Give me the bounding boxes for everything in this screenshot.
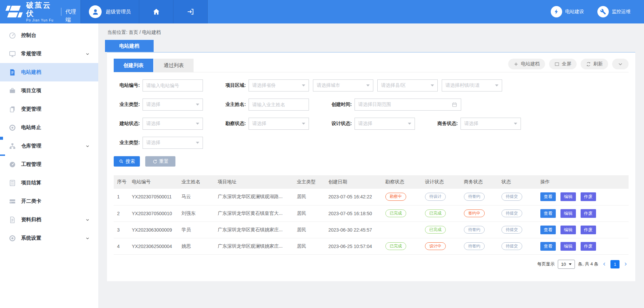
caret-down-icon — [514, 123, 517, 125]
breadcrumb: 当前位置: 首页 / 电站建档 — [98, 23, 644, 40]
tab-strip: 创建列表 通过列表 电站建档 全屏 — [114, 59, 629, 72]
gauge-icon — [9, 161, 16, 168]
col-address: 项目地址 — [214, 175, 293, 189]
brand: 破茧云伏 Po Jian Yun Fu 代理端 — [0, 0, 80, 23]
user-menu[interactable]: 超级管理员 — [80, 0, 139, 23]
caret-down-icon — [495, 84, 498, 86]
sidebar-item-project-initiation[interactable]: 项目立项 — [0, 81, 98, 100]
page-tab-station-archive[interactable]: 电站建档 — [105, 40, 154, 52]
town-select[interactable]: 请选择村镇/街道 — [442, 79, 502, 91]
sidebar-item-warehouse-mgmt[interactable]: 仓库管理 — [0, 137, 98, 155]
portal-label: 代理端 — [61, 8, 80, 16]
county-select[interactable]: 请选择县/区 — [377, 79, 438, 91]
card-icon — [9, 198, 16, 205]
col-survey: 勘察状态 — [382, 175, 422, 189]
date-range-picker[interactable]: 请选择日期范围 — [355, 99, 461, 111]
calculator-icon — [9, 179, 16, 187]
col-owner: 业主姓名 — [178, 175, 214, 189]
col-created: 创建日期 — [325, 175, 382, 189]
sidebar-item-station-archive[interactable]: 电站建档 — [0, 63, 98, 81]
caret-down-icon — [408, 123, 411, 125]
scrollbar-thumb[interactable] — [0, 137, 3, 140]
sidebar-item-data-archive[interactable]: 资料归档 — [0, 210, 98, 229]
brand-title: 破茧云伏 — [26, 1, 58, 17]
chevron-right-icon — [623, 262, 628, 266]
survey-status-select[interactable]: 请选择 — [249, 118, 309, 130]
search-button[interactable]: 搜索 — [114, 156, 140, 167]
sidebar-item-console[interactable]: 控制台 — [0, 26, 98, 45]
sidebar-item-type2-card[interactable]: 开二类卡 — [0, 192, 98, 210]
status-badge: 已完成 — [425, 226, 446, 234]
survey-status-label: 勘察状态: — [220, 121, 246, 127]
sidebar-item-station-terminate[interactable]: 电站终止 — [0, 118, 98, 137]
search-icon — [119, 159, 124, 164]
build-status-select[interactable]: 请选择 — [143, 118, 203, 130]
sidebar-item-general-mgmt[interactable]: 常规管理 — [0, 45, 98, 63]
wrench-icon — [600, 9, 606, 15]
station-code-input[interactable] — [143, 79, 203, 91]
refresh-icon — [586, 62, 591, 67]
sidebar-item-system-settings[interactable]: 系统设置 — [0, 229, 98, 247]
province-select[interactable]: 请选择省份 — [249, 79, 309, 91]
chevron-down-icon — [86, 144, 90, 148]
add-station-button[interactable]: 电站建档 — [508, 59, 545, 69]
edit-button[interactable]: 编辑 — [560, 242, 576, 251]
city-select[interactable]: 请选择城市 — [313, 79, 373, 91]
sidebar-item-engineering-mgmt[interactable]: 工程管理 — [0, 155, 98, 174]
view-button[interactable]: 查看 — [540, 226, 556, 234]
status-badge: 已完成 — [425, 209, 446, 218]
username: 超级管理员 — [106, 9, 131, 15]
main-content: 当前位置: 首页 / 电站建档 电站建档 创建列表 通过列表 电站建档 — [98, 23, 644, 308]
prev-page-button[interactable] — [601, 261, 607, 267]
void-button[interactable]: 作废 — [581, 242, 596, 251]
topbar: 破茧云伏 Po Jian Yun Fu 代理端 超级管理员 — [0, 0, 644, 23]
home-icon — [152, 8, 160, 16]
design-status-select[interactable]: 请选择 — [355, 118, 415, 130]
logout-icon — [186, 8, 195, 16]
tab-create-list[interactable]: 创建列表 — [114, 59, 153, 72]
void-button[interactable]: 作废 — [581, 209, 596, 218]
sidebar-item-change-mgmt[interactable]: 变更管理 — [0, 100, 98, 118]
tab-passed-list[interactable]: 通过列表 — [154, 59, 194, 72]
edit-button[interactable]: 编辑 — [560, 209, 576, 218]
page-number-active[interactable]: 1 — [610, 260, 620, 268]
design-status-label: 设计状态: — [326, 121, 352, 127]
monitor-icon — [9, 50, 16, 58]
module-monitor-ops[interactable]: 监控运维 — [597, 0, 631, 23]
view-button[interactable]: 查看 — [540, 192, 556, 201]
fullscreen-icon — [554, 62, 559, 67]
refresh-button[interactable]: 刷新 — [581, 59, 608, 69]
owner-type-select[interactable]: 请选择 — [143, 99, 203, 111]
caret-down-icon — [196, 104, 199, 106]
table-row: 3 YX2023063000009 学员 广东深圳龙华区黄石镇姚家庄... 居民… — [114, 222, 629, 238]
module-station-build[interactable]: 电站建设 — [551, 0, 584, 23]
owner-type2-select[interactable]: 请选择 — [143, 137, 203, 149]
status-badge: 已完成 — [385, 209, 406, 218]
scrollbar-thumb[interactable] — [0, 155, 5, 156]
owner-name-input[interactable] — [249, 99, 309, 111]
table-row: 4 YX2023062500004 姚思 广东深圳龙华区观澜镇姚家庄... 居民… — [114, 238, 629, 254]
home-button[interactable] — [139, 0, 173, 23]
logout-button[interactable] — [173, 0, 208, 23]
void-button[interactable]: 作废 — [581, 192, 596, 201]
owner-type2-label: 业主类型: — [114, 140, 140, 146]
reset-button[interactable]: 重置 — [145, 156, 175, 167]
status-badge: 待提交 — [501, 242, 522, 250]
user-icon — [92, 8, 99, 16]
fullscreen-button[interactable]: 全屏 — [549, 59, 577, 69]
status-badge: 待签约 — [464, 193, 485, 201]
sidebar-item-project-settlement[interactable]: 项目结算 — [0, 174, 98, 192]
next-page-button[interactable] — [623, 261, 629, 267]
collapse-toolbar-button[interactable] — [612, 59, 629, 69]
chevron-down-icon — [86, 236, 90, 240]
void-button[interactable]: 作废 — [581, 226, 596, 234]
caret-down-icon — [431, 84, 434, 86]
edit-button[interactable]: 编辑 — [560, 192, 576, 201]
col-type: 业主类型 — [293, 175, 325, 189]
per-page-select[interactable]: 10 — [558, 260, 575, 269]
edit-button[interactable]: 编辑 — [560, 226, 576, 234]
view-button[interactable]: 查看 — [540, 209, 556, 218]
business-status-select[interactable]: 请选择 — [461, 118, 521, 130]
status-badge: 待签约 — [464, 242, 485, 250]
view-button[interactable]: 查看 — [540, 242, 556, 251]
